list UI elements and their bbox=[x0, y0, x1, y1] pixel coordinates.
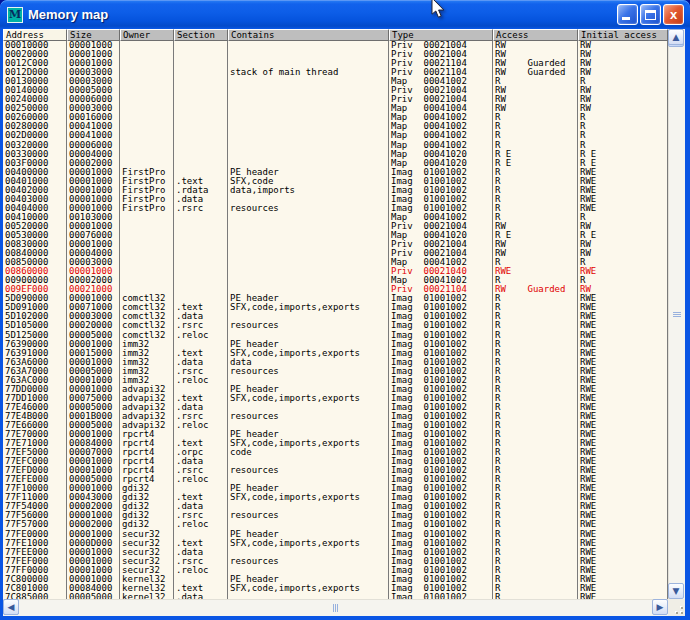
table-row[interactable]: 77DD000000001000advapi32PE headerImag 01… bbox=[3, 385, 668, 394]
table-row[interactable]: 0040400000001000FirstPro.rsrcresourcesIm… bbox=[3, 204, 668, 213]
table-row[interactable]: 0090000000002000Map 00041002RR bbox=[3, 276, 668, 285]
vertical-scrollbar[interactable]: ▲ ▼ bbox=[668, 29, 685, 599]
table-row[interactable]: 77FEF00000001000secur32.rsrcresourcesIma… bbox=[3, 557, 668, 566]
address-cell: 0012C000 bbox=[3, 59, 67, 68]
address-cell: 00860000 bbox=[3, 267, 67, 276]
table-row[interactable]: 0026000000016000Map 00041002RR bbox=[3, 113, 668, 122]
table-row[interactable]: 0084000000004000Priv 00021004RWRW bbox=[3, 249, 668, 258]
access-cell: R bbox=[493, 403, 578, 412]
column-header-owner[interactable]: Owner bbox=[120, 29, 174, 41]
table-row[interactable]: 763A600000001000imm32.datadataImag 01001… bbox=[3, 358, 668, 367]
table-row[interactable]: 0013000000003000Map 00041002RR bbox=[3, 77, 668, 86]
access-cell: R bbox=[493, 457, 578, 466]
horizontal-scrollbar[interactable]: ◀ ▶ bbox=[3, 599, 668, 616]
table-row[interactable]: 003F000000002000Map 00041020R ER E bbox=[3, 159, 668, 168]
table-row[interactable]: 77E4B0000001B000advapi32.rsrcresourcesIm… bbox=[3, 412, 668, 421]
address-cell: 002D0000 bbox=[3, 131, 67, 140]
table-row[interactable]: 7C80100000084000kernel32.textSFX,code,im… bbox=[3, 584, 668, 593]
table-row[interactable]: 77F5600000001000gdi32.rsrcresourcesImag … bbox=[3, 511, 668, 520]
table-row[interactable]: 763AC00000001000imm32.relocImag 01001002… bbox=[3, 376, 668, 385]
table-row[interactable]: 0024000000006000Priv 00021004RWRW bbox=[3, 95, 668, 104]
table-row[interactable]: 009EF00000021000Priv 00021104RW GuardedR… bbox=[3, 285, 668, 294]
scroll-down-button[interactable]: ▼ bbox=[668, 583, 684, 599]
table-row[interactable]: 77E4600000005000advapi32.dataImag 010010… bbox=[3, 403, 668, 412]
table-row[interactable]: 0028000000041000Map 00041002RR bbox=[3, 122, 668, 131]
table-row[interactable]: 77E7100000084000rpcrt4.textSFX,code,impo… bbox=[3, 439, 668, 448]
close-button[interactable]: x bbox=[663, 4, 684, 25]
initial-access-cell: RWE bbox=[578, 340, 668, 349]
access-cell: R bbox=[493, 303, 578, 312]
table-row[interactable]: 0040100000001000FirstPro.textSFX,codeIma… bbox=[3, 177, 668, 186]
table-row[interactable]: 5D10200000003000comctl32.dataImag 010010… bbox=[3, 312, 668, 321]
table-row[interactable]: 77FE10000000D000secur32.textSFX,code,imp… bbox=[3, 539, 668, 548]
table-row[interactable]: 5D12500000005000comctl32.relocImag 01001… bbox=[3, 331, 668, 340]
table-row[interactable]: 0052000000001000Priv 00021004RWRW bbox=[3, 222, 668, 231]
resize-grip[interactable] bbox=[668, 599, 685, 616]
contains-cell: PE header bbox=[228, 575, 389, 584]
column-header-size[interactable]: Size bbox=[67, 29, 120, 41]
table-row[interactable]: 77F5400000002000gdi32.dataImag 01001002R… bbox=[3, 502, 668, 511]
table-row[interactable]: 0053000000076000Map 00041020R ER E bbox=[3, 231, 668, 240]
table-row[interactable]: 5D09000000001000comctl32PE headerImag 01… bbox=[3, 294, 668, 303]
table-row[interactable]: 0083000000001000Priv 00021004RWRW bbox=[3, 240, 668, 249]
owner-cell: imm32 bbox=[120, 358, 174, 367]
table-row[interactable]: 7639000000001000imm32PE headerImag 01001… bbox=[3, 340, 668, 349]
column-header-address[interactable]: Address bbox=[3, 29, 67, 41]
access-cell: R bbox=[493, 394, 578, 403]
minimize-button[interactable] bbox=[617, 4, 638, 25]
table-row[interactable]: 0040200000001000FirstPro.rdatadata,impor… bbox=[3, 186, 668, 195]
table-row[interactable]: 77E7000000001000rpcrt4PE headerImag 0100… bbox=[3, 430, 668, 439]
table-row[interactable]: 0033000000004000Map 00041020R ER E bbox=[3, 150, 668, 159]
scroll-right-button[interactable]: ▶ bbox=[652, 599, 668, 615]
owner-cell: rpcrt4 bbox=[120, 457, 174, 466]
table-row[interactable]: 0012D00000003000stack of main threadPriv… bbox=[3, 68, 668, 77]
table-row[interactable]: 0012C00000001000Priv 00021104RW GuardedR… bbox=[3, 59, 668, 68]
access-cell: R bbox=[493, 493, 578, 502]
column-header-section[interactable]: Section bbox=[174, 29, 228, 41]
initial-access-cell: RWE bbox=[578, 502, 668, 511]
table-row[interactable]: 77E6600000005000advapi32.relocImag 01001… bbox=[3, 421, 668, 430]
access-cell: R E bbox=[493, 150, 578, 159]
table-row[interactable]: 77DD100000075000advapi32.textSFX,code,im… bbox=[3, 394, 668, 403]
table-row[interactable]: 0025000000003000Map 00041004RWRW bbox=[3, 104, 668, 113]
table-row[interactable]: 77FE000000001000secur32PE headerImag 010… bbox=[3, 530, 668, 539]
owner-cell: rpcrt4 bbox=[120, 475, 174, 484]
table-row[interactable]: 77FF000000001000secur32.relocImag 010010… bbox=[3, 566, 668, 575]
table-row[interactable]: 0040300000001000FirstPro.dataImag 010010… bbox=[3, 195, 668, 204]
table-row[interactable]: 77F1000000001000gdi32PE headerImag 01001… bbox=[3, 484, 668, 493]
column-header-contains[interactable]: Contains bbox=[228, 29, 389, 41]
table-row[interactable]: 77F5700000002000gdi32.relocImag 01001002… bbox=[3, 520, 668, 529]
column-header-access[interactable]: Access bbox=[493, 29, 578, 41]
table-row[interactable]: 0001000000001000Priv 00021004RWRW bbox=[3, 41, 668, 50]
size-cell: 00005000 bbox=[67, 403, 120, 412]
table-row[interactable]: 5D10500000020000comctl32.rsrcresourcesIm… bbox=[3, 321, 668, 330]
table-row[interactable]: 763A700000005000imm32.rsrcresourcesImag … bbox=[3, 367, 668, 376]
horizontal-scroll-thumb[interactable] bbox=[3, 599, 19, 615]
table-row[interactable]: 0086000000001000Priv 00021040RWERWE bbox=[3, 267, 668, 276]
vertical-scroll-thumb[interactable] bbox=[668, 29, 684, 47]
table-row[interactable]: 77FEE00000001000secur32.dataImag 0100100… bbox=[3, 548, 668, 557]
table-row[interactable]: 0041000000103000Map 00041002RR bbox=[3, 213, 668, 222]
table-row[interactable]: 77EFC00000001000rpcrt4.dataImag 01001002… bbox=[3, 457, 668, 466]
address-cell: 00520000 bbox=[3, 222, 67, 231]
column-header-initial-access[interactable]: Initial access bbox=[578, 29, 668, 41]
table-row[interactable]: 0014000000005000Priv 00021004RWRW bbox=[3, 86, 668, 95]
column-header-type[interactable]: Type bbox=[389, 29, 493, 41]
table-row[interactable]: 77EF500000007000rpcrt4.orpccodeImag 0100… bbox=[3, 448, 668, 457]
table-row[interactable]: 0032000000006000Map 00041002RR bbox=[3, 141, 668, 150]
table-row[interactable]: 0085000000003000Map 00041002RR bbox=[3, 258, 668, 267]
table-row[interactable]: 7639100000015000imm32.textSFX,code,impor… bbox=[3, 349, 668, 358]
table-row[interactable]: 0002000000001000Priv 00021004RWRW bbox=[3, 50, 668, 59]
table-row[interactable]: 0040000000001000FirstProPE headerImag 01… bbox=[3, 168, 668, 177]
contains-cell: resources bbox=[228, 367, 389, 376]
address-cell: 003F0000 bbox=[3, 159, 67, 168]
type-cell: Imag 01001002 bbox=[389, 168, 493, 177]
table-row[interactable]: 7C80000000001000kernel32PE headerImag 01… bbox=[3, 575, 668, 584]
table-row[interactable]: 002D000000041000Map 00041002RR bbox=[3, 131, 668, 140]
table-row[interactable]: 77EFE00000005000rpcrt4.relocImag 0100100… bbox=[3, 475, 668, 484]
table-row[interactable]: 5D09100000071000comctl32.textSFX,code,im… bbox=[3, 303, 668, 312]
maximize-button[interactable] bbox=[640, 4, 661, 25]
title-bar[interactable]: M Memory map x bbox=[0, 0, 690, 29]
table-row[interactable]: 77F1100000043000gdi32.textSFX,code,impor… bbox=[3, 493, 668, 502]
table-row[interactable]: 77EFD00000001000rpcrt4.rsrcresourcesImag… bbox=[3, 466, 668, 475]
